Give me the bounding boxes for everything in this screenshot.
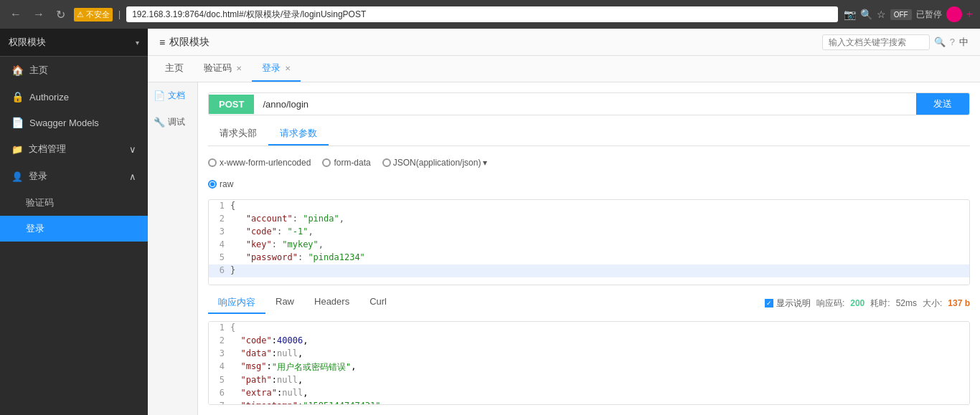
warning-text: 不安全 — [86, 9, 110, 20]
url-bar[interactable] — [126, 6, 838, 22]
response-tab-curl-label: Curl — [369, 296, 387, 307]
sidebar-item-home-label: 主页 — [29, 64, 48, 77]
off-badge: OFF — [890, 9, 912, 20]
tab-captcha-label: 验证码 — [204, 62, 232, 75]
sidebar-item-swagger-label: Swagger Models — [29, 118, 99, 128]
user-avatar[interactable] — [946, 6, 962, 22]
back-button[interactable]: ← — [7, 6, 24, 22]
docs-panel-debug[interactable]: 🔧 调试 — [148, 109, 197, 135]
time-value: 52ms — [896, 298, 917, 308]
right-panel: ≡ 权限模块 🔍 ? 中 主页 验证码 ✕ 登录 ✕ — [148, 29, 980, 415]
sidebar-dropdown-icon: ▾ — [136, 39, 139, 47]
app-container: 权限模块 ▾ 🏠 主页 🔒 Authorize 📄 Swagger Models… — [0, 29, 980, 415]
request-body-editor[interactable]: 1 { 2 "account": "pinda", 3 "code": "-1"… — [208, 199, 970, 285]
docs-panel-docs-label: 文档 — [168, 90, 185, 102]
screenshot-icon[interactable]: 📷 — [844, 9, 856, 20]
docs-panel-docs[interactable]: 📄 文档 — [148, 82, 197, 109]
api-content: POST /anno/login 发送 请求头部 请求参数 — [198, 82, 980, 415]
code-line-2: 2 "account": "pinda", — [209, 213, 969, 226]
show-desc-checkbox[interactable]: ✓ — [765, 299, 773, 307]
radio-group: x-www-form-urlencoded form-data JSON(app… — [208, 153, 970, 172]
radio-json-dropdown[interactable]: JSON(application/json) ▾ — [382, 158, 488, 168]
search-input[interactable] — [822, 34, 930, 50]
send-button[interactable]: 发送 — [916, 93, 969, 115]
resp-line-2: 2 "code" : 40006 , — [209, 335, 969, 348]
docs-panel-debug-label: 调试 — [168, 116, 185, 128]
radio-dot-raw — [208, 180, 217, 189]
docs-panel: 📄 文档 🔧 调试 — [148, 82, 198, 415]
response-tab-headers[interactable]: Headers — [304, 292, 359, 314]
forward-button[interactable]: → — [30, 6, 47, 22]
radio-dot-json — [382, 158, 391, 167]
tab-login-label: 登录 — [262, 62, 281, 75]
topbar-left: ≡ 权限模块 — [159, 36, 209, 49]
resp-line-3: 3 "data" : null , — [209, 348, 969, 361]
radio-label-json: JSON(application/json) — [393, 158, 481, 168]
status-label: 响应码: — [816, 297, 844, 310]
security-warning: ⚠ 不安全 — [74, 8, 113, 22]
sub-tab-request-header[interactable]: 请求头部 — [208, 123, 268, 146]
resp-line-6: 6 "extra" : null , — [209, 387, 969, 400]
user-icon: 👤 — [11, 171, 23, 182]
folder-icon: 📁 — [11, 144, 23, 155]
sidebar-header[interactable]: 权限模块 ▾ — [0, 29, 148, 57]
home-icon: 🏠 — [11, 65, 24, 76]
sub-tabs: 请求头部 请求参数 — [208, 123, 970, 146]
response-tab-headers-label: Headers — [314, 296, 349, 307]
sidebar-section-login[interactable]: 👤 登录 ∧ — [0, 163, 148, 190]
size-value: 137 b — [948, 298, 970, 308]
separator: | — [118, 9, 121, 19]
sidebar-title: 权限模块 — [9, 36, 46, 49]
response-tab-raw[interactable]: Raw — [265, 292, 304, 314]
response-body: 1 { 2 "code" : 40006 , 3 "data" : — [208, 321, 970, 405]
status-value: 200 — [850, 298, 864, 308]
lang-label[interactable]: 中 — [959, 36, 969, 49]
json-dropdown-icon: ▾ — [483, 158, 487, 168]
browser-actions: 📷 🔍 ☆ OFF 已暂停 + — [844, 6, 973, 22]
tab-main[interactable]: 主页 — [155, 56, 194, 82]
bookmark-icon[interactable]: ☆ — [877, 9, 886, 20]
content-area: 📄 文档 🔧 调试 POST /anno/login 发送 — [148, 82, 980, 415]
radio-label-urlencoded: x-www-form-urlencoded — [220, 158, 311, 168]
tab-login[interactable]: 登录 ✕ — [252, 56, 301, 82]
sidebar-section-doc-mgmt[interactable]: 📁 文档管理 ∨ — [0, 135, 148, 163]
response-tab-curl[interactable]: Curl — [359, 292, 397, 314]
sidebar-sub-captcha[interactable]: 验证码 — [0, 190, 148, 216]
add-tab-icon[interactable]: + — [966, 8, 973, 21]
show-desc-text: 显示说明 — [776, 297, 811, 310]
paused-text: 已暂停 — [916, 9, 942, 21]
search-browser-icon[interactable]: 🔍 — [860, 9, 872, 20]
show-desc-label[interactable]: ✓ 显示说明 — [765, 297, 811, 310]
radio-form-data[interactable]: form-data — [322, 158, 370, 168]
response-header: 响应内容 Raw Headers Curl — [208, 292, 970, 314]
help-icon: ? — [950, 37, 955, 47]
size-label: 大小: — [923, 297, 942, 310]
topbar-title: 权限模块 — [169, 36, 209, 49]
time-label: 耗时: — [870, 297, 890, 310]
sidebar-item-swagger-models[interactable]: 📄 Swagger Models — [0, 110, 148, 135]
warning-icon: ⚠ — [77, 10, 84, 19]
radio-form-urlencoded[interactable]: x-www-form-urlencoded — [208, 158, 311, 168]
sub-tab-params-label: 请求参数 — [280, 128, 317, 138]
response-tab-content[interactable]: 响应内容 — [208, 292, 265, 314]
radio-label-form-data: form-data — [334, 158, 370, 168]
raw-row: raw — [208, 179, 970, 189]
response-tabs: 响应内容 Raw Headers Curl — [208, 292, 397, 314]
lock-icon: 🔒 — [11, 91, 24, 102]
login-arrow-icon: ∧ — [129, 171, 136, 182]
topbar-search[interactable]: 🔍 ? 中 — [822, 34, 969, 50]
tabs-bar: 主页 验证码 ✕ 登录 ✕ — [148, 56, 980, 82]
sidebar-item-authorize[interactable]: 🔒 Authorize — [0, 84, 148, 110]
radio-raw[interactable]: raw — [208, 179, 233, 189]
tab-main-label: 主页 — [165, 62, 184, 75]
response-meta: ✓ 显示说明 响应码: 200 耗时: 52ms 大小: 137 b — [765, 297, 970, 310]
sidebar-item-home[interactable]: 🏠 主页 — [0, 57, 148, 84]
tab-captcha-close-icon[interactable]: ✕ — [236, 65, 242, 72]
sidebar-sub-login[interactable]: 登录 — [0, 216, 148, 242]
method-badge: POST — [209, 95, 254, 114]
tab-captcha[interactable]: 验证码 ✕ — [194, 56, 252, 82]
sub-tab-request-params[interactable]: 请求参数 — [268, 123, 329, 146]
tab-login-close-icon[interactable]: ✕ — [285, 65, 291, 72]
radio-dot-form-data — [322, 158, 331, 167]
reload-button[interactable]: ↻ — [53, 6, 68, 23]
